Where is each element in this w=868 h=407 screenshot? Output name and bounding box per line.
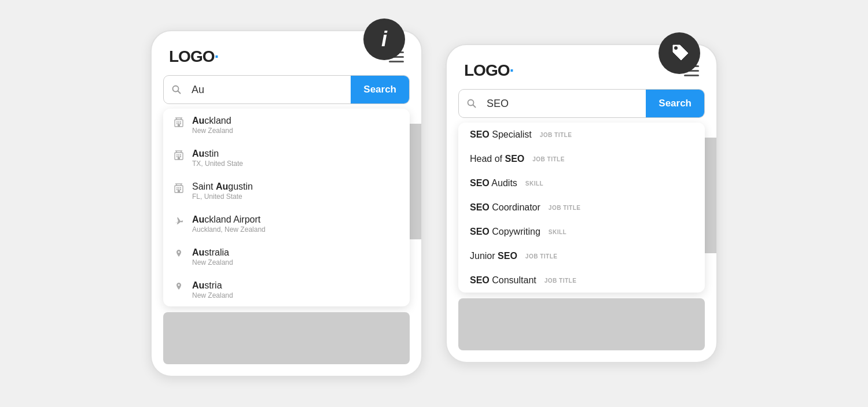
seo-tag: JOB TITLE bbox=[549, 205, 581, 211]
list-item[interactable]: Saint Augustin FL, United State bbox=[163, 175, 410, 208]
item-name: Australia bbox=[192, 247, 233, 258]
item-name: Auckland bbox=[192, 116, 233, 126]
right-phone-bottom-gray bbox=[458, 298, 705, 350]
item-content: Australia New Zealand bbox=[192, 247, 233, 267]
seo-tag: JOB TITLE bbox=[545, 278, 577, 284]
info-badge: i bbox=[363, 18, 405, 60]
svg-rect-18 bbox=[178, 156, 179, 157]
left-suggestions-dropdown: Auckland New Zealand bbox=[163, 109, 410, 306]
svg-rect-15 bbox=[178, 154, 179, 156]
item-name: Auckland Airport bbox=[192, 214, 266, 225]
svg-rect-6 bbox=[176, 123, 178, 124]
list-item[interactable]: Head of SEO JOB TITLE bbox=[458, 147, 705, 171]
seo-item-label: SEO Consultant bbox=[470, 275, 536, 286]
seo-item-label: SEO Coordinator bbox=[470, 202, 540, 213]
right-search-button[interactable]: Search bbox=[646, 90, 704, 117]
right-search-icon bbox=[459, 92, 482, 115]
list-item[interactable]: SEO Audits SKILL bbox=[458, 171, 705, 195]
svg-rect-8 bbox=[180, 123, 181, 124]
left-search-icon bbox=[164, 78, 187, 101]
left-phone-bottom-gray bbox=[163, 312, 410, 364]
list-item[interactable]: Auckland New Zealand bbox=[163, 109, 410, 142]
seo-item-label: Head of SEO bbox=[470, 154, 524, 164]
svg-rect-3 bbox=[176, 121, 178, 123]
list-item[interactable]: SEO Consultant JOB TITLE bbox=[458, 268, 705, 293]
info-icon: i bbox=[381, 27, 387, 51]
pin-icon bbox=[172, 282, 185, 295]
item-content: Auckland Airport Auckland, New Zealand bbox=[192, 214, 266, 234]
tag-icon bbox=[668, 40, 690, 66]
right-search-input[interactable] bbox=[482, 91, 646, 117]
svg-rect-29 bbox=[178, 189, 179, 190]
seo-tag: SKILL bbox=[549, 229, 567, 235]
item-name: Austria bbox=[192, 280, 233, 291]
seo-item-label: SEO Copywriting bbox=[470, 227, 540, 237]
list-item[interactable]: SEO Copywriting SKILL bbox=[458, 220, 705, 244]
svg-rect-27 bbox=[180, 187, 181, 188]
item-content: Austin TX, United State bbox=[192, 149, 243, 168]
seo-item-label: SEO Specialist bbox=[470, 130, 532, 140]
item-content: Saint Augustin FL, United State bbox=[192, 182, 253, 201]
svg-line-37 bbox=[473, 105, 476, 108]
list-item[interactable]: Australia New Zealand bbox=[163, 240, 410, 273]
svg-point-35 bbox=[674, 46, 678, 50]
plane-icon bbox=[172, 216, 185, 229]
svg-rect-26 bbox=[178, 187, 179, 188]
right-phone-frame: LOGO· Search SEO Specialist bbox=[446, 44, 718, 363]
svg-rect-25 bbox=[176, 187, 178, 188]
item-sub: Auckland, New Zealand bbox=[192, 225, 266, 234]
seo-tag: SKILL bbox=[525, 180, 543, 187]
list-item[interactable]: Auckland Airport Auckland, New Zealand bbox=[163, 208, 410, 240]
item-content: Auckland New Zealand bbox=[192, 116, 233, 135]
svg-rect-31 bbox=[178, 190, 180, 193]
item-sub: New Zealand bbox=[192, 291, 233, 299]
list-item[interactable]: Austria New Zealand bbox=[163, 273, 410, 306]
building-icon bbox=[172, 150, 185, 163]
svg-rect-30 bbox=[180, 189, 181, 190]
pin-icon bbox=[172, 249, 185, 262]
item-sub: New Zealand bbox=[192, 258, 233, 267]
svg-line-1 bbox=[178, 91, 181, 94]
item-sub: New Zealand bbox=[192, 127, 233, 135]
seo-item-label: SEO Audits bbox=[470, 178, 517, 188]
list-item[interactable]: SEO Specialist JOB TITLE bbox=[458, 123, 705, 147]
svg-rect-16 bbox=[180, 154, 181, 156]
left-logo: LOGO· bbox=[169, 47, 218, 66]
svg-rect-7 bbox=[178, 123, 179, 124]
right-search-bar: Search bbox=[458, 89, 705, 118]
list-item[interactable]: SEO Coordinator JOB TITLE bbox=[458, 195, 705, 220]
item-sub: TX, United State bbox=[192, 160, 243, 168]
item-name: Austin bbox=[192, 149, 243, 159]
left-search-bar: Search bbox=[163, 75, 410, 104]
left-search-button[interactable]: Search bbox=[351, 76, 409, 103]
seo-item-label: Junior SEO bbox=[470, 251, 517, 261]
right-phone-wrapper: LOGO· Search SEO Specialist bbox=[446, 44, 718, 363]
seo-tag: JOB TITLE bbox=[532, 156, 565, 162]
right-logo: LOGO· bbox=[464, 61, 513, 80]
building-icon bbox=[172, 183, 185, 196]
svg-rect-5 bbox=[180, 121, 181, 123]
svg-rect-28 bbox=[176, 189, 178, 190]
list-item[interactable]: Austin TX, United State bbox=[163, 142, 410, 175]
left-phone-frame: LOGO· Search bbox=[150, 30, 422, 377]
svg-rect-20 bbox=[178, 157, 180, 160]
svg-rect-19 bbox=[180, 156, 181, 157]
right-suggestions-dropdown: SEO Specialist JOB TITLE Head of SEO JOB… bbox=[458, 123, 705, 293]
seo-tag: JOB TITLE bbox=[525, 253, 558, 260]
left-search-input[interactable] bbox=[187, 77, 351, 103]
item-sub: FL, United State bbox=[192, 193, 253, 201]
tag-badge bbox=[659, 32, 700, 74]
svg-rect-9 bbox=[178, 124, 180, 127]
list-item[interactable]: Junior SEO JOB TITLE bbox=[458, 244, 705, 268]
seo-tag: JOB TITLE bbox=[540, 132, 572, 138]
svg-rect-17 bbox=[176, 156, 178, 157]
item-name: Saint Augustin bbox=[192, 182, 253, 192]
left-phone-wrapper: i LOGO· Search bbox=[150, 30, 422, 377]
item-content: Austria New Zealand bbox=[192, 280, 233, 299]
building-icon bbox=[172, 117, 185, 130]
svg-rect-14 bbox=[176, 154, 178, 156]
svg-rect-4 bbox=[178, 121, 179, 123]
